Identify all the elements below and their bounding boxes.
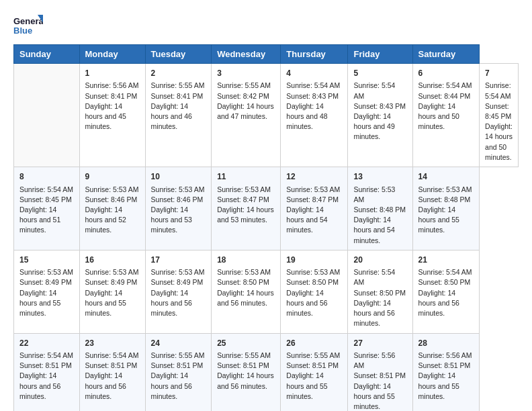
sunset-text: Sunset: 8:51 PM [19,361,72,369]
sunset-text: Sunset: 8:48 PM [418,195,471,203]
sunrise-text: Sunrise: 5:53 AM [151,268,205,276]
calendar-cell: 14Sunrise: 5:53 AMSunset: 8:48 PMDayligh… [412,167,479,250]
daylight-text: Daylight: 14 hours and 55 minutes. [85,289,126,317]
calendar-cell: 20Sunrise: 5:54 AMSunset: 8:50 PMDayligh… [348,250,412,333]
day-number: 10 [151,171,206,183]
day-number: 26 [286,338,342,349]
daylight-text: Daylight: 14 hours and 52 minutes. [85,205,126,234]
logo-icon: General Blue [13,13,43,38]
sunrise-text: Sunrise: 5:53 AM [217,268,271,276]
calendar-cell: 21Sunrise: 5:54 AMSunset: 8:50 PMDayligh… [412,250,479,333]
calendar-cell: 23Sunrise: 5:54 AMSunset: 8:51 PMDayligh… [79,333,145,411]
sunrise-text: Sunrise: 5:55 AM [151,81,205,89]
column-header-monday: Monday [79,45,145,64]
daylight-text: Daylight: 14 hours and 54 minutes. [353,216,394,244]
daylight-text: Daylight: 14 hours and 56 minutes. [151,371,192,400]
calendar-cell: 2Sunrise: 5:55 AMSunset: 8:41 PMDaylight… [145,64,212,167]
daylight-text: Daylight: 14 hours and 53 minutes. [151,205,192,234]
calendar-cell: 12Sunrise: 5:53 AMSunset: 8:47 PMDayligh… [281,167,348,250]
sunset-text: Sunset: 8:51 PM [286,361,339,369]
day-number: 3 [217,68,275,79]
empty-cell [14,64,80,167]
sunrise-text: Sunrise: 5:53 AM [151,185,205,193]
day-number: 19 [286,255,342,266]
calendar-cell: 17Sunrise: 5:53 AMSunset: 8:49 PMDayligh… [145,250,212,333]
calendar-cell: 28Sunrise: 5:56 AMSunset: 8:51 PMDayligh… [412,333,479,411]
calendar-cell: 26Sunrise: 5:55 AMSunset: 8:51 PMDayligh… [281,333,348,411]
daylight-text: Daylight: 14 hours and 56 minutes. [19,371,60,400]
sunrise-text: Sunrise: 5:55 AM [286,351,340,359]
calendar-cell: 7Sunrise: 5:54 AMSunset: 8:45 PMDaylight… [480,64,519,167]
sunset-text: Sunset: 8:51 PM [353,371,406,379]
daylight-text: Daylight: 14 hours and 55 minutes. [286,371,327,400]
sunset-text: Sunset: 8:48 PM [353,205,406,214]
sunrise-text: Sunrise: 5:53 AM [217,185,271,193]
day-number: 20 [353,255,406,266]
daylight-text: Daylight: 14 hours and 55 minutes. [353,382,394,410]
column-header-wednesday: Wednesday [212,45,281,64]
calendar-cell: 10Sunrise: 5:53 AMSunset: 8:46 PMDayligh… [145,167,212,250]
calendar-body: 1Sunrise: 5:56 AMSunset: 8:41 PMDaylight… [14,64,519,412]
calendar-cell: 16Sunrise: 5:53 AMSunset: 8:49 PMDayligh… [79,250,145,333]
day-number: 22 [19,338,74,349]
sunrise-text: Sunrise: 5:53 AM [286,185,340,193]
day-number: 2 [151,68,206,79]
calendar-cell: 5Sunrise: 5:54 AMSunset: 8:43 PMDaylight… [348,64,412,167]
sunrise-text: Sunrise: 5:53 AM [418,185,472,193]
sunset-text: Sunset: 8:41 PM [85,92,138,100]
column-header-friday: Friday [348,45,412,64]
daylight-text: Daylight: 14 hours and 56 minutes. [418,289,459,317]
calendar-cell: 18Sunrise: 5:53 AMSunset: 8:50 PMDayligh… [212,250,281,333]
calendar-cell: 4Sunrise: 5:54 AMSunset: 8:43 PMDaylight… [281,64,348,167]
daylight-text: Daylight: 14 hours and 56 minutes. [217,289,274,307]
day-number: 4 [286,68,342,79]
calendar-week-3: 15Sunrise: 5:53 AMSunset: 8:49 PMDayligh… [14,250,519,333]
daylight-text: Daylight: 14 hours and 50 minutes. [418,102,459,130]
calendar-week-4: 22Sunrise: 5:54 AMSunset: 8:51 PMDayligh… [14,333,519,411]
daylight-text: Daylight: 14 hours and 55 minutes. [19,289,60,317]
sunset-text: Sunset: 8:51 PM [418,361,471,369]
sunset-text: Sunset: 8:50 PM [286,278,339,286]
sunset-text: Sunset: 8:49 PM [19,278,72,286]
daylight-text: Daylight: 14 hours and 55 minutes. [418,205,459,234]
daylight-text: Daylight: 14 hours and 46 minutes. [151,102,192,130]
calendar-header: SundayMondayTuesdayWednesdayThursdayFrid… [14,45,519,64]
day-number: 15 [19,255,74,266]
daylight-text: Daylight: 14 hours and 56 minutes. [286,289,327,317]
day-number: 14 [418,171,474,183]
sunrise-text: Sunrise: 5:54 AM [85,351,139,359]
calendar-cell: 15Sunrise: 5:53 AMSunset: 8:49 PMDayligh… [14,250,80,333]
sunrise-text: Sunrise: 5:53 AM [286,268,340,276]
sunset-text: Sunset: 8:41 PM [151,92,204,100]
day-number: 25 [217,338,275,349]
day-number: 23 [85,338,140,349]
calendar-cell: 11Sunrise: 5:53 AMSunset: 8:47 PMDayligh… [212,167,281,250]
calendar-cell: 22Sunrise: 5:54 AMSunset: 8:51 PMDayligh… [14,333,80,411]
sunset-text: Sunset: 8:47 PM [286,195,339,203]
sunset-text: Sunset: 8:44 PM [418,92,471,100]
svg-text:General: General [13,16,43,26]
sunrise-text: Sunrise: 5:53 AM [19,268,73,276]
calendar-week-1: 1Sunrise: 5:56 AMSunset: 8:41 PMDaylight… [14,64,519,167]
day-number: 16 [85,255,140,266]
svg-text:Blue: Blue [13,26,32,36]
sunrise-text: Sunrise: 5:54 AM [353,268,395,286]
sunset-text: Sunset: 8:43 PM [286,92,339,100]
sunrise-text: Sunrise: 5:56 AM [353,351,395,369]
sunrise-text: Sunrise: 5:56 AM [418,351,472,359]
day-number: 9 [85,171,140,183]
sunset-text: Sunset: 8:46 PM [85,195,138,203]
sunrise-text: Sunrise: 5:55 AM [151,351,205,359]
day-number: 11 [217,171,275,183]
daylight-text: Daylight: 14 hours and 45 minutes. [85,102,126,130]
sunrise-text: Sunrise: 5:53 AM [85,185,139,193]
sunrise-text: Sunrise: 5:55 AM [217,351,271,359]
day-number: 28 [418,338,474,349]
day-number: 27 [353,338,406,349]
calendar-cell: 27Sunrise: 5:56 AMSunset: 8:51 PMDayligh… [348,333,412,411]
daylight-text: Daylight: 14 hours and 54 minutes. [286,205,327,234]
sunset-text: Sunset: 8:50 PM [418,278,471,286]
sunrise-text: Sunrise: 5:54 AM [286,81,340,89]
sunrise-text: Sunrise: 5:54 AM [19,351,73,359]
day-number: 5 [353,68,406,79]
